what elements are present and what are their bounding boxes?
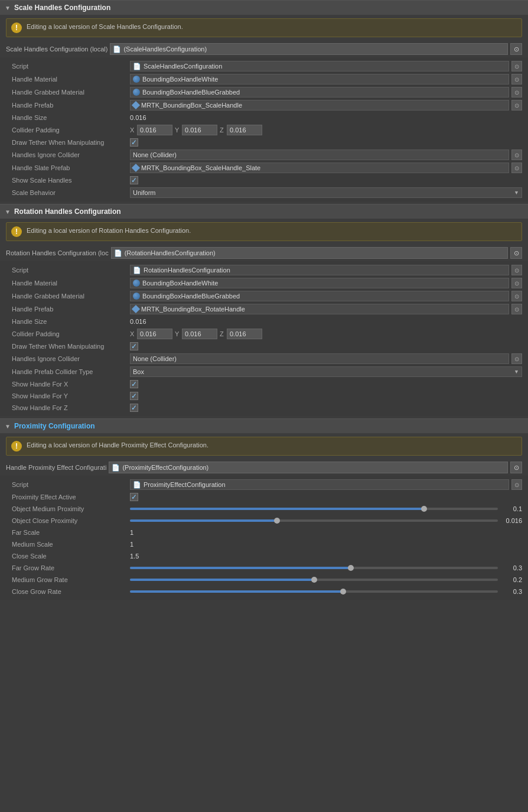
scale-handle-slate-prefab-label: Handle Slate Prefab: [12, 164, 130, 171]
rotation-handle-prefab-field[interactable]: MRTK_BoundingBox_RotateHandle: [130, 304, 509, 314]
rotation-collider-x-input[interactable]: [137, 329, 172, 339]
rotation-handle-grabbed-material-label: Handle Grabbed Material: [12, 293, 130, 300]
scale-handles-ignore-collider-field[interactable]: None (Collider): [130, 150, 509, 160]
rotation-collider-y-input[interactable]: [182, 329, 217, 339]
far-scale-value: 1: [130, 529, 522, 536]
scale-handle-size-value: 0.016: [130, 114, 522, 121]
rotation-collider-padding-value: X Y Z: [130, 329, 522, 339]
rotation-script-text: RotationHandlesConfiguration: [144, 267, 230, 274]
scale-handle-grabbed-material-field[interactable]: BoundingBoxHandleBlueGrabbed: [130, 87, 509, 98]
scale-collider-xyz: X Y Z: [130, 125, 262, 135]
scale-handle-grabbed-material-btn[interactable]: ⊙: [511, 87, 522, 98]
proximity-effect-active-value: [130, 493, 522, 501]
far-grow-rate-track[interactable]: [130, 567, 498, 569]
scale-handles-config-ref-field[interactable]: 📄 (ScaleHandlesConfiguration): [110, 43, 508, 55]
scale-script-field[interactable]: 📄 ScaleHandlesConfiguration: [130, 61, 509, 72]
rotation-handles-config-ref-label: Rotation Handles Configuration (loc: [6, 249, 109, 256]
rotation-handles-config-ref-field[interactable]: 📄 (RotationHandlesConfiguration): [111, 247, 508, 259]
rotation-script-btn[interactable]: ⊙: [511, 265, 522, 275]
object-medium-proximity-row: Object Medium Proximity 0.1: [0, 503, 528, 515]
rotation-handle-material-row: Handle Material BoundingBoxHandleWhite ⊙: [0, 277, 528, 290]
scale-collider-x-input[interactable]: [137, 125, 172, 135]
rotation-handle-prefab-collider-type-arrow: ▼: [514, 369, 519, 375]
rotation-handle-grabbed-material-text: BoundingBoxHandleBlueGrabbed: [142, 293, 240, 300]
scale-script-doc-icon: 📄: [133, 63, 141, 70]
proximity-script-btn[interactable]: ⊙: [511, 479, 522, 490]
medium-grow-rate-thumb[interactable]: [311, 577, 317, 583]
medium-grow-rate-track[interactable]: [130, 579, 498, 581]
scale-handle-size-label: Handle Size: [12, 114, 130, 121]
medium-scale-text: 1: [130, 541, 133, 548]
rotation-show-handle-y-checkbox[interactable]: [130, 392, 138, 400]
close-grow-rate-track[interactable]: [130, 590, 498, 593]
scale-handle-material-btn[interactable]: ⊙: [511, 74, 522, 85]
rotation-show-handle-z-checkbox[interactable]: [130, 404, 138, 412]
scale-handle-slate-prefab-value: MRTK_BoundingBox_ScaleHandle_Slate ⊙: [130, 163, 522, 173]
scale-grabbed-material-sphere-icon: [133, 89, 140, 96]
close-grow-rate-fill: [130, 590, 343, 593]
scale-handle-material-field[interactable]: BoundingBoxHandleWhite: [130, 74, 509, 85]
object-close-proximity-track[interactable]: [130, 519, 498, 522]
rotation-handles-warning: ! Editing a local version of Rotation Ha…: [6, 222, 522, 241]
scale-collider-z-input[interactable]: [227, 125, 262, 135]
scale-handle-slate-prefab-btn[interactable]: ⊙: [511, 163, 522, 173]
rotation-handle-size-text: 0.016: [130, 318, 146, 325]
scale-handles-warning: ! Editing a local version of Scale Handl…: [6, 18, 522, 37]
rotation-handles-ignore-collider-btn[interactable]: ⊙: [511, 353, 522, 364]
rotation-handles-header[interactable]: ▼ Rotation Handles Configuration: [0, 204, 528, 219]
proximity-config-ref-field[interactable]: 📄 (ProximityEffectConfiguration): [109, 462, 508, 473]
rotation-show-handle-x-checkbox[interactable]: [130, 380, 138, 388]
scale-script-btn[interactable]: ⊙: [511, 61, 522, 72]
scale-collider-y-input[interactable]: [182, 125, 217, 135]
object-medium-proximity-track[interactable]: [130, 508, 498, 510]
rotation-script-label: Script: [12, 267, 130, 274]
rotation-handle-prefab-collider-type-row: Handle Prefab Collider Type Box ▼: [0, 365, 528, 378]
scale-handles-config-ref-value: (ScaleHandlesConfiguration): [123, 46, 207, 53]
object-close-proximity-thumb[interactable]: [274, 518, 280, 524]
rotation-handle-prefab-collider-type-dropdown[interactable]: Box ▼: [130, 366, 522, 377]
far-grow-rate-value: 0.3: [130, 564, 522, 571]
scale-handle-prefab-field[interactable]: MRTK_BoundingBox_ScaleHandle: [130, 100, 509, 111]
far-grow-rate-thumb[interactable]: [348, 565, 354, 571]
rotation-draw-tether-row: Draw Tether When Manipulating: [0, 340, 528, 352]
object-medium-proximity-thumb[interactable]: [421, 506, 427, 512]
rotation-handles-ignore-collider-field[interactable]: None (Collider): [130, 353, 509, 364]
scale-handles-ignore-collider-value: None (Collider) ⊙: [130, 150, 522, 160]
rotation-handle-grabbed-material-btn[interactable]: ⊙: [511, 291, 522, 301]
rotation-handle-material-btn[interactable]: ⊙: [511, 278, 522, 288]
scale-handles-ignore-collider-btn[interactable]: ⊙: [511, 150, 522, 160]
proximity-section: ▼ Proximity Configuration ! Editing a lo…: [0, 418, 528, 600]
proximity-effect-active-checkbox[interactable]: [130, 493, 138, 501]
scale-handle-prefab-btn[interactable]: ⊙: [511, 100, 522, 111]
proximity-config-ref-btn[interactable]: ⊙: [510, 462, 522, 473]
proximity-header[interactable]: ▼ Proximity Configuration: [0, 418, 528, 433]
rotation-handles-properties: Script 📄 RotationHandlesConfiguration ⊙ …: [0, 261, 528, 416]
scale-collider-z-label: Z: [220, 126, 226, 134]
proximity-script-label: Script: [12, 481, 130, 488]
scale-handles-header[interactable]: ▼ Scale Handles Configuration: [0, 0, 528, 15]
rotation-draw-tether-checkbox[interactable]: [130, 342, 138, 350]
rotation-show-handle-y-row: Show Handle For Y: [0, 390, 528, 402]
rotation-handle-material-field[interactable]: BoundingBoxHandleWhite: [130, 278, 509, 288]
medium-scale-row: Medium Scale 1: [0, 538, 528, 550]
rotation-collider-x-field: X: [130, 329, 172, 339]
scale-handles-ignore-collider-text: None (Collider): [133, 151, 177, 158]
rotation-handles-config-ref-btn[interactable]: ⊙: [510, 247, 522, 259]
scale-show-scale-handles-checkbox[interactable]: [130, 176, 138, 184]
scale-handle-slate-prefab-text: MRTK_BoundingBox_ScaleHandle_Slate: [141, 164, 260, 171]
scale-handle-slate-prefab-field[interactable]: MRTK_BoundingBox_ScaleHandle_Slate: [130, 163, 509, 173]
medium-scale-value: 1: [130, 541, 522, 548]
scale-handle-prefab-value: MRTK_BoundingBox_ScaleHandle ⊙: [130, 100, 522, 111]
scale-draw-tether-checkbox[interactable]: [130, 138, 138, 147]
scale-draw-tether-row: Draw Tether When Manipulating: [0, 137, 528, 148]
close-grow-rate-thumb[interactable]: [340, 589, 346, 595]
scale-handle-grabbed-material-label: Handle Grabbed Material: [12, 89, 130, 96]
rotation-collider-z-input[interactable]: [227, 329, 262, 339]
scale-scale-behavior-dropdown[interactable]: Uniform ▼: [130, 187, 522, 198]
proximity-script-field[interactable]: 📄 ProximityEffectConfiguration: [130, 479, 509, 490]
rotation-handle-grabbed-material-field[interactable]: BoundingBoxHandleBlueGrabbed: [130, 291, 509, 301]
rotation-script-field[interactable]: 📄 RotationHandlesConfiguration: [130, 265, 509, 275]
scale-handles-config-ref-btn[interactable]: ⊙: [510, 43, 522, 55]
rotation-show-handle-y-label: Show Handle For Y: [12, 392, 130, 399]
rotation-handle-prefab-btn[interactable]: ⊙: [511, 304, 522, 314]
